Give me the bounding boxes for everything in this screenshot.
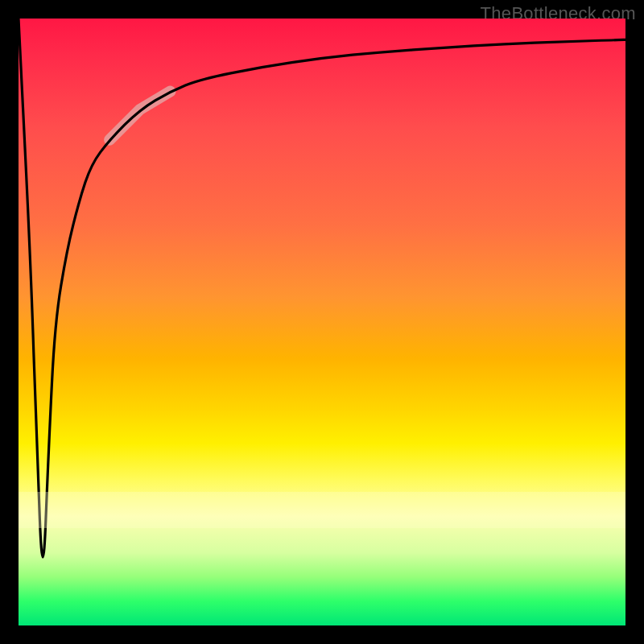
chart-container: TheBottleneck.com — [0, 0, 644, 644]
curve-svg — [19, 19, 625, 625]
plot-area — [19, 19, 625, 625]
bottleneck-curve — [19, 19, 625, 557]
